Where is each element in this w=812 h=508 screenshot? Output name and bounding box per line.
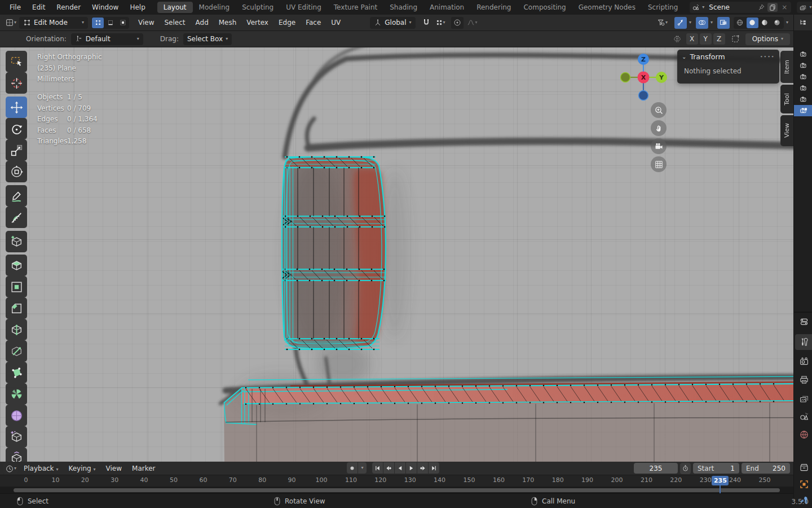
gizmo-y-neg-axis[interactable] bbox=[621, 73, 630, 82]
gizmo-settings-dropdown[interactable]: ▾ bbox=[687, 17, 693, 29]
tool-spin[interactable] bbox=[6, 383, 27, 405]
tool-bevel[interactable] bbox=[6, 297, 27, 319]
tool-smooth[interactable] bbox=[6, 405, 27, 426]
tool-transform[interactable] bbox=[6, 161, 27, 182]
menu-vertex[interactable]: Vertex bbox=[242, 19, 273, 27]
workspace-tab-compositing[interactable]: Compositing bbox=[517, 2, 572, 13]
scene-name[interactable]: Scene bbox=[707, 3, 755, 11]
tool-knife[interactable] bbox=[6, 340, 27, 362]
tool-cursor[interactable] bbox=[6, 72, 27, 94]
tab-output[interactable] bbox=[795, 372, 812, 388]
end-frame-field[interactable]: End 250 bbox=[742, 463, 790, 474]
drag-mode-dropdown[interactable]: Select Box ▾ bbox=[183, 33, 232, 45]
shading-solid-button[interactable] bbox=[747, 17, 758, 28]
tab-view-layer[interactable] bbox=[795, 391, 812, 406]
object-visibility-dropdown[interactable]: ▾ bbox=[655, 17, 669, 29]
menu-timeline-view[interactable]: View bbox=[102, 465, 126, 472]
mirror-z-toggle[interactable]: Z bbox=[713, 33, 725, 45]
tab-scene[interactable] bbox=[795, 409, 812, 424]
auto-keying-button[interactable] bbox=[347, 462, 358, 474]
tab-tool[interactable] bbox=[795, 334, 812, 350]
tab-collection[interactable] bbox=[795, 459, 812, 475]
outliner-render-toggle[interactable] bbox=[794, 60, 812, 71]
body-strip-mesh[interactable] bbox=[224, 376, 793, 462]
overlays-settings-dropdown[interactable]: ▾ bbox=[709, 17, 714, 29]
workspace-tab-uv-editing[interactable]: UV Editing bbox=[280, 2, 328, 13]
properties-editor[interactable] bbox=[795, 314, 812, 330]
menu-select[interactable]: Select bbox=[160, 19, 190, 27]
sidebar-tab-tool[interactable]: Tool bbox=[780, 85, 793, 113]
tab-render[interactable] bbox=[795, 353, 812, 369]
outliner-render-toggle[interactable] bbox=[794, 71, 812, 82]
timeline-editor-type-button[interactable]: ▾ bbox=[3, 462, 18, 474]
menu-face[interactable]: Face bbox=[301, 19, 325, 27]
shading-wireframe-button[interactable] bbox=[734, 17, 746, 28]
timeline-ruler[interactable]: 0102030405060708090100110120130140150160… bbox=[0, 475, 793, 487]
snap-base-icon[interactable] bbox=[730, 34, 740, 44]
mirror-x-toggle[interactable]: X bbox=[686, 33, 698, 45]
tool-inset-faces[interactable] bbox=[6, 276, 27, 297]
workspace-tab-animation[interactable]: Animation bbox=[423, 2, 470, 13]
menu-add[interactable]: Add bbox=[191, 19, 213, 27]
workspace-tab-shading[interactable]: Shading bbox=[383, 2, 423, 13]
proportional-falloff-dropdown[interactable]: ▾ bbox=[465, 17, 479, 29]
timeline-scrollbar[interactable] bbox=[14, 488, 780, 492]
menu-help[interactable]: Help bbox=[125, 2, 150, 12]
menu-marker[interactable]: Marker bbox=[127, 465, 160, 472]
outliner-render-toggle[interactable] bbox=[794, 82, 812, 94]
jump-to-end-button[interactable] bbox=[429, 462, 439, 474]
tool-move[interactable] bbox=[6, 97, 27, 118]
tool-measure[interactable] bbox=[6, 207, 27, 228]
viewlayer-selector[interactable]: ▾ ViewLayer × bbox=[797, 2, 812, 13]
transform-panel[interactable]: ⌄ Transform ∙∙∙∙ Nothing selected bbox=[677, 50, 779, 84]
tool-annotate[interactable] bbox=[6, 185, 27, 207]
pan-button[interactable] bbox=[651, 120, 667, 136]
scene-selector[interactable]: ▾ Scene × bbox=[690, 2, 791, 13]
proportional-editing-button[interactable] bbox=[451, 17, 464, 29]
use-preview-range-button[interactable] bbox=[680, 463, 691, 474]
workspace-tab-scripting[interactable]: Scripting bbox=[642, 2, 684, 13]
outliner-header[interactable] bbox=[794, 15, 812, 31]
show-gizmo-toggle[interactable] bbox=[674, 17, 687, 29]
tool-poly-build[interactable] bbox=[6, 362, 27, 383]
transform-panel-header[interactable]: ⌄ Transform ∙∙∙∙ bbox=[677, 50, 779, 64]
toggle-perspective-button[interactable] bbox=[651, 156, 667, 172]
play-reverse-button[interactable] bbox=[395, 462, 405, 474]
scene-copy-button[interactable] bbox=[767, 3, 778, 12]
snap-toggle-button[interactable] bbox=[420, 17, 433, 29]
outliner-render-toggle[interactable] bbox=[794, 105, 812, 116]
menu-view[interactable]: View bbox=[134, 19, 158, 27]
tool-rotate[interactable] bbox=[6, 118, 27, 139]
vertex-select-button[interactable] bbox=[92, 17, 104, 28]
menu-mesh[interactable]: Mesh bbox=[214, 19, 241, 27]
workspace-tab-modeling[interactable]: Modeling bbox=[193, 2, 236, 13]
zoom-button[interactable] bbox=[651, 102, 667, 118]
playhead[interactable]: 235 bbox=[712, 476, 729, 485]
menu-file[interactable]: File bbox=[5, 2, 26, 12]
face-select-button[interactable] bbox=[117, 17, 129, 28]
menu-window[interactable]: Window bbox=[87, 2, 123, 12]
workspace-tab-rendering[interactable]: Rendering bbox=[470, 2, 517, 13]
edge-select-button[interactable] bbox=[104, 17, 116, 28]
mirror-icon[interactable] bbox=[672, 34, 682, 44]
tool-tweak-select-box[interactable] bbox=[6, 51, 27, 72]
show-overlays-toggle[interactable] bbox=[696, 17, 708, 29]
sidebar-tab-item[interactable]: Item bbox=[780, 51, 793, 83]
outliner-render-toggle[interactable] bbox=[794, 94, 812, 105]
workspace-tab-geometry-nodes[interactable]: Geometry Nodes bbox=[572, 2, 642, 13]
current-frame-field[interactable]: 235 bbox=[634, 463, 678, 474]
snap-settings-dropdown[interactable]: ▾ bbox=[434, 17, 447, 29]
sidebar-tab-view[interactable]: View bbox=[780, 115, 793, 146]
workspace-tab-sculpting[interactable]: Sculpting bbox=[236, 2, 280, 13]
shading-settings-dropdown[interactable]: ▾ bbox=[784, 17, 790, 29]
tool-orientation-dropdown[interactable]: Default ▾ bbox=[71, 33, 143, 45]
play-button[interactable] bbox=[406, 462, 417, 474]
tool-add-cube[interactable] bbox=[6, 231, 27, 252]
menu-uv[interactable]: UV bbox=[326, 19, 345, 27]
workspace-tab-layout[interactable]: Layout bbox=[157, 2, 193, 13]
tool-scale[interactable] bbox=[6, 139, 27, 161]
workspace-tab-texture-paint[interactable]: Texture Paint bbox=[328, 2, 383, 13]
transform-orientation-dropdown[interactable]: Global ▾ bbox=[370, 17, 415, 29]
xray-toggle[interactable] bbox=[717, 17, 730, 29]
menu-playback[interactable]: Playback ▾ bbox=[19, 465, 63, 472]
